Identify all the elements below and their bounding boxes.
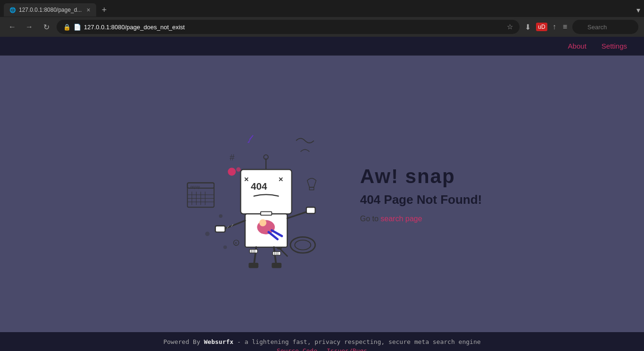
back-button[interactable]: ← [6, 20, 19, 33]
error-text-block: Aw! snap 404 Page Not Found! Go to searc… [360, 165, 482, 223]
url-main: 127.0.0.1:8080/page_does_not_exist [84, 24, 185, 31]
brand-name: Websurfx [204, 338, 234, 345]
footer-tagline: Powered By Websurfx - a lightening fast,… [163, 338, 480, 345]
app-nav: About Settings [0, 37, 644, 56]
main-content: # 00|10|! ✕ ✕ [0, 56, 644, 332]
bookmark-icon[interactable]: ☆ [507, 23, 513, 31]
svg-text:#: # [230, 152, 235, 162]
svg-rect-32 [215, 226, 225, 232]
svg-point-5 [295, 240, 311, 250]
search-input[interactable] [572, 20, 638, 34]
svg-text:✕: ✕ [244, 176, 249, 183]
footer-links: Source Code Issues/Bugs [277, 347, 367, 351]
goto-prefix: Go to [360, 215, 381, 223]
robot-svg: # 00|10|! ✕ ✕ [167, 118, 337, 269]
svg-rect-44 [272, 251, 281, 255]
svg-point-27 [259, 219, 266, 226]
search-page-link[interactable]: search page [380, 215, 422, 223]
tab-bar: 🌐 127.0.0.1:8080/page_d... × + ▾ [0, 0, 644, 17]
svg-rect-36 [306, 207, 315, 213]
tab-favicon: 🌐 [9, 7, 16, 13]
tab-title: 127.0.0.1:8080/page_d... [19, 7, 82, 13]
tab-dropdown-button[interactable]: ▾ [636, 6, 640, 15]
nav-settings-link[interactable]: Settings [594, 38, 635, 54]
svg-point-51 [223, 245, 227, 249]
svg-line-43 [274, 247, 276, 265]
tab-close-button[interactable]: × [86, 6, 90, 14]
svg-text:00|10|!: 00|10|! [190, 185, 200, 189]
powered-by-text: Powered By [163, 338, 204, 345]
svg-rect-52 [309, 187, 314, 190]
menu-icon[interactable]: ≡ [561, 21, 569, 33]
address-field[interactable]: 🔒 📄 127.0.0.1:8080/page_does_not_exist ☆ [57, 20, 520, 34]
svg-rect-30 [261, 212, 272, 216]
search-container[interactable]: 🔍 [572, 20, 638, 34]
footer: Powered By Websurfx - a lightening fast,… [0, 332, 644, 351]
share-icon[interactable]: ↑ [551, 21, 558, 33]
svg-rect-48 [272, 263, 281, 268]
goto-text: Go to search page [360, 215, 482, 223]
new-tab-button[interactable]: + [98, 4, 111, 16]
url-display: 127.0.0.1:8080/page_does_not_exist [84, 24, 185, 31]
svg-text:✕: ✕ [234, 241, 238, 245]
svg-line-31 [223, 220, 245, 229]
svg-point-49 [219, 214, 223, 218]
source-code-link[interactable]: Source Code [277, 347, 317, 351]
robot-illustration: # 00|10|! ✕ ✕ [162, 114, 341, 274]
svg-text:✕: ✕ [278, 176, 283, 183]
issues-link[interactable]: Issues/Bugs [327, 347, 367, 351]
forward-button[interactable]: → [23, 20, 36, 33]
extension-icon[interactable]: uD [536, 23, 547, 31]
svg-point-4 [290, 237, 315, 253]
svg-point-10 [236, 167, 240, 172]
toolbar-icons: ⬇ uD ↑ ≡ [523, 21, 569, 33]
nav-about-link[interactable]: About [561, 38, 594, 54]
svg-text:404: 404 [251, 181, 267, 192]
address-bar-row: ← → ↻ 🔒 📄 127.0.0.1:8080/page_does_not_e… [0, 17, 644, 37]
security-icon: 🔒 [63, 24, 71, 31]
error-title: Aw! snap [360, 165, 482, 188]
svg-rect-38 [249, 250, 257, 253]
svg-rect-42 [248, 263, 258, 268]
download-icon[interactable]: ⬇ [523, 21, 532, 33]
reload-button[interactable]: ↻ [40, 20, 53, 33]
page-icon: 📄 [74, 24, 81, 31]
tagline-text: - a lightening fast, privacy respecting,… [233, 338, 480, 345]
svg-point-50 [205, 232, 209, 236]
error-subtitle: 404 Page Not Found! [360, 192, 482, 207]
svg-point-9 [228, 167, 236, 176]
active-tab[interactable]: 🌐 127.0.0.1:8080/page_d... × [4, 3, 96, 17]
